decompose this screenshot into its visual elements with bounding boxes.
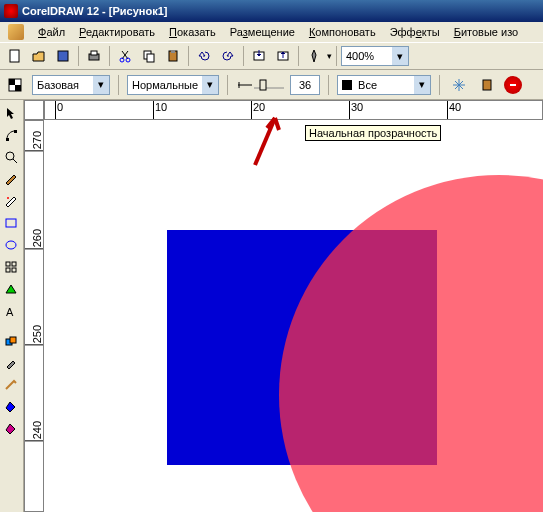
text-tool[interactable]: A — [0, 300, 22, 322]
separator — [109, 46, 110, 66]
horizontal-ruler[interactable]: 0 10 20 30 40 50 — [44, 100, 543, 120]
eyedropper-tool[interactable] — [0, 352, 22, 374]
drawing-canvas[interactable] — [44, 120, 543, 512]
ruler-origin[interactable] — [24, 100, 44, 120]
svg-rect-16 — [342, 80, 352, 90]
window-title: CorelDRAW 12 - [Рисунок1] — [22, 5, 167, 17]
svg-rect-1 — [58, 51, 68, 61]
slider-start-icon — [236, 76, 254, 94]
app-menu-icon[interactable] — [8, 24, 24, 40]
red-circle-shape[interactable] — [279, 175, 543, 512]
separator — [298, 46, 299, 66]
ellipse-tool[interactable] — [0, 234, 22, 256]
zoom-input[interactable] — [342, 47, 392, 65]
svg-point-23 — [6, 241, 16, 249]
ruler-tick: 30 — [349, 101, 363, 119]
vertical-ruler[interactable]: 270 260 250 240 230 — [24, 120, 44, 512]
apply-target-combo[interactable]: Все ▾ — [337, 75, 431, 95]
slider-track-icon[interactable] — [254, 76, 284, 94]
svg-rect-25 — [12, 262, 16, 266]
blend-tool[interactable] — [0, 330, 22, 352]
svg-point-20 — [6, 152, 14, 160]
svg-rect-27 — [12, 268, 16, 272]
menu-arrange[interactable]: Компоновать — [303, 24, 382, 40]
clear-button[interactable] — [504, 76, 522, 94]
cut-button[interactable] — [114, 45, 136, 67]
app-icon — [4, 4, 18, 18]
copy-button[interactable] — [138, 45, 160, 67]
interactive-fill-tool[interactable] — [0, 418, 22, 440]
ruler-tick: 0 — [55, 101, 63, 119]
menu-file[interactable]: Файл — [32, 24, 71, 40]
separator — [243, 46, 244, 66]
transparency-value[interactable]: 36 — [290, 75, 320, 95]
menu-bar: Файл Редактировать Показать Размещение К… — [0, 22, 543, 42]
zoom-dropdown-icon[interactable]: ▾ — [392, 47, 408, 65]
freehand-tool[interactable] — [0, 168, 22, 190]
tooltip: Начальная прозрачность — [305, 125, 441, 141]
target-icon — [340, 78, 354, 92]
separator — [188, 46, 189, 66]
property-bar: Базовая ▾ Нормальные ▾ 36 Все ▾ — [0, 70, 543, 100]
outline-tool[interactable] — [0, 374, 22, 396]
separator — [227, 75, 228, 95]
redo-button[interactable] — [217, 45, 239, 67]
pick-tool[interactable] — [0, 102, 22, 124]
rectangle-tool[interactable] — [0, 212, 22, 234]
title-bar: CorelDRAW 12 - [Рисунок1] — [0, 0, 543, 22]
blend-mode-value: Нормальные — [128, 79, 202, 91]
separator — [336, 46, 337, 66]
svg-rect-24 — [6, 262, 10, 266]
ruler-tick: 240 — [25, 421, 43, 441]
export-button[interactable] — [272, 45, 294, 67]
svg-rect-13 — [9, 79, 15, 85]
paste-button[interactable] — [162, 45, 184, 67]
launch-button[interactable] — [303, 45, 325, 67]
svg-rect-30 — [10, 337, 16, 343]
standard-toolbar: ▾ ▾ — [0, 42, 543, 70]
zoom-combo[interactable]: ▾ — [341, 46, 409, 66]
menu-edit[interactable]: Редактировать — [73, 24, 161, 40]
dropdown-arrow[interactable]: ▾ — [327, 51, 332, 61]
copy-props-button[interactable] — [476, 74, 498, 96]
menu-view[interactable]: Показать — [163, 24, 222, 40]
svg-rect-9 — [171, 50, 175, 53]
dropdown-icon[interactable]: ▾ — [93, 76, 109, 94]
menu-effects[interactable]: Эффекты — [384, 24, 446, 40]
separator — [328, 75, 329, 95]
svg-rect-3 — [91, 51, 97, 55]
ruler-tick: 270 — [25, 131, 43, 151]
transparency-slider[interactable] — [236, 76, 284, 94]
dropdown-icon[interactable]: ▾ — [202, 76, 218, 94]
zoom-tool[interactable] — [0, 146, 22, 168]
shape-tool[interactable] — [0, 124, 22, 146]
separator — [78, 46, 79, 66]
blend-mode-combo[interactable]: Нормальные ▾ — [127, 75, 219, 95]
menu-bitmap[interactable]: Битовые изо — [448, 24, 525, 40]
svg-rect-0 — [10, 50, 19, 62]
ruler-tick: 250 — [25, 325, 43, 345]
transparency-type-combo[interactable]: Базовая ▾ — [32, 75, 110, 95]
separator — [439, 75, 440, 95]
svg-rect-18 — [6, 138, 9, 141]
svg-rect-22 — [6, 219, 16, 227]
svg-rect-7 — [147, 54, 154, 62]
ruler-tick: 260 — [25, 229, 43, 249]
ruler-tick: 10 — [153, 101, 167, 119]
import-button[interactable] — [248, 45, 270, 67]
basic-shapes-tool[interactable] — [0, 278, 22, 300]
polygon-tool[interactable] — [0, 256, 22, 278]
new-button[interactable] — [4, 45, 26, 67]
smart-draw-tool[interactable] — [0, 190, 22, 212]
fill-tool[interactable] — [0, 396, 22, 418]
undo-button[interactable] — [193, 45, 215, 67]
toolbox: A — [0, 100, 24, 512]
svg-rect-14 — [15, 85, 21, 91]
print-button[interactable] — [83, 45, 105, 67]
menu-layout[interactable]: Размещение — [224, 24, 301, 40]
transparency-tool-icon[interactable] — [4, 74, 26, 96]
dropdown-icon[interactable]: ▾ — [414, 76, 430, 94]
freeze-button[interactable] — [448, 74, 470, 96]
open-button[interactable] — [28, 45, 50, 67]
save-button[interactable] — [52, 45, 74, 67]
